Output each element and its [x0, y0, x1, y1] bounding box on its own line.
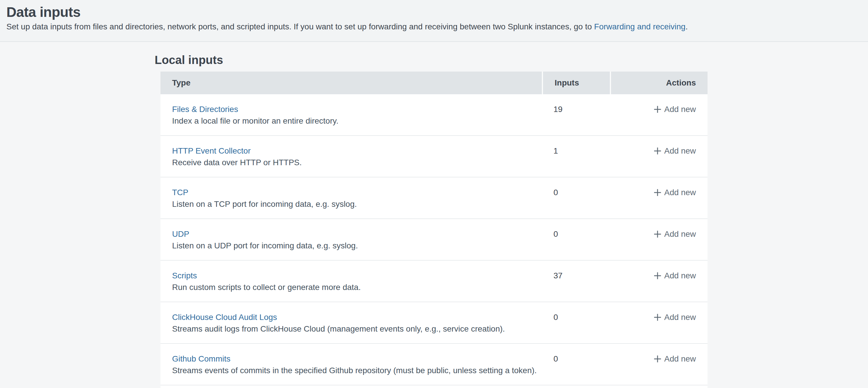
- table-row: UDPListen on a UDP port for incoming dat…: [160, 219, 708, 261]
- input-type-description: Listen on a UDP port for incoming data, …: [172, 240, 530, 251]
- plus-icon: [654, 106, 661, 113]
- input-type-link[interactable]: UDP: [172, 230, 189, 239]
- add-new-label: Add new: [664, 271, 696, 280]
- local-inputs-table: Type Inputs Actions Files & DirectoriesI…: [160, 71, 708, 388]
- inputs-count: 0: [542, 177, 610, 219]
- section-title: Local inputs: [155, 52, 868, 67]
- table-row: Files & DirectoriesIndex a local file or…: [160, 94, 708, 136]
- table-row: HTTP Event CollectorReceive data over HT…: [160, 136, 708, 177]
- plus-icon: [654, 355, 661, 363]
- input-type-description: Index a local file or monitor an entire …: [172, 115, 530, 127]
- add-new-link[interactable]: Add new: [654, 313, 696, 322]
- input-type-link[interactable]: ClickHouse Cloud Audit Logs: [172, 313, 277, 322]
- input-type-link[interactable]: Scripts: [172, 271, 197, 280]
- page-title: Data inputs: [6, 5, 856, 19]
- column-header-actions[interactable]: Actions: [610, 71, 708, 94]
- input-type-description: Streams events of commits in the specifi…: [172, 365, 530, 376]
- column-header-inputs[interactable]: Inputs: [542, 71, 610, 94]
- input-type-link[interactable]: HTTP Event Collector: [172, 146, 251, 155]
- add-new-label: Add new: [664, 313, 696, 322]
- page-subtitle: Set up data inputs from files and direct…: [6, 21, 856, 33]
- subtitle-period: .: [685, 22, 688, 31]
- input-type-description: Streams audit logs from ClickHouse Cloud…: [172, 323, 530, 335]
- table-row: Github CommitsStreams events of commits …: [160, 344, 708, 385]
- forwarding-receiving-link[interactable]: Forwarding and receiving: [594, 22, 685, 31]
- add-new-label: Add new: [664, 146, 696, 155]
- input-type-description: Receive data over HTTP or HTTPS.: [172, 157, 530, 169]
- table-row: ClickHouse Cloud Audit LogsStreams audit…: [160, 302, 708, 344]
- plus-icon: [654, 189, 661, 196]
- inputs-count: 0: [542, 344, 610, 385]
- input-type-link[interactable]: TCP: [172, 188, 188, 197]
- add-new-label: Add new: [664, 230, 696, 239]
- subtitle-text: Set up data inputs from files and direct…: [6, 22, 594, 31]
- main-content: Local inputs Type Inputs Actions Files &…: [0, 52, 868, 388]
- add-new-link[interactable]: Add new: [654, 354, 696, 363]
- inputs-count: 0: [542, 302, 610, 344]
- table-row: ScriptsRun custom scripts to collect or …: [160, 261, 708, 302]
- inputs-count: 0: [542, 219, 610, 261]
- table-row: TCPListen on a TCP port for incoming dat…: [160, 177, 708, 219]
- inputs-count: 19: [542, 94, 610, 136]
- add-new-link[interactable]: Add new: [654, 271, 696, 280]
- add-new-label: Add new: [664, 188, 696, 197]
- input-type-link[interactable]: Github Commits: [172, 354, 230, 363]
- add-new-link[interactable]: Add new: [654, 230, 696, 239]
- inputs-count: 37: [542, 261, 610, 302]
- inputs-count: 1: [542, 136, 610, 177]
- plus-icon: [654, 147, 661, 155]
- add-new-link[interactable]: Add new: [654, 146, 696, 155]
- table-row-partial: [160, 385, 708, 388]
- add-new-link[interactable]: Add new: [654, 105, 696, 114]
- plus-icon: [654, 230, 661, 238]
- add-new-link[interactable]: Add new: [654, 188, 696, 197]
- page-header: Data inputs Set up data inputs from file…: [0, 0, 868, 42]
- plus-icon: [654, 314, 661, 321]
- plus-icon: [654, 272, 661, 279]
- input-type-description: Listen on a TCP port for incoming data, …: [172, 198, 530, 210]
- input-type-link[interactable]: Files & Directories: [172, 105, 238, 114]
- column-header-type[interactable]: Type: [160, 71, 542, 94]
- table-header-row: Type Inputs Actions: [160, 71, 708, 94]
- add-new-label: Add new: [664, 105, 696, 114]
- add-new-label: Add new: [664, 354, 696, 363]
- input-type-description: Run custom scripts to collect or generat…: [172, 281, 530, 293]
